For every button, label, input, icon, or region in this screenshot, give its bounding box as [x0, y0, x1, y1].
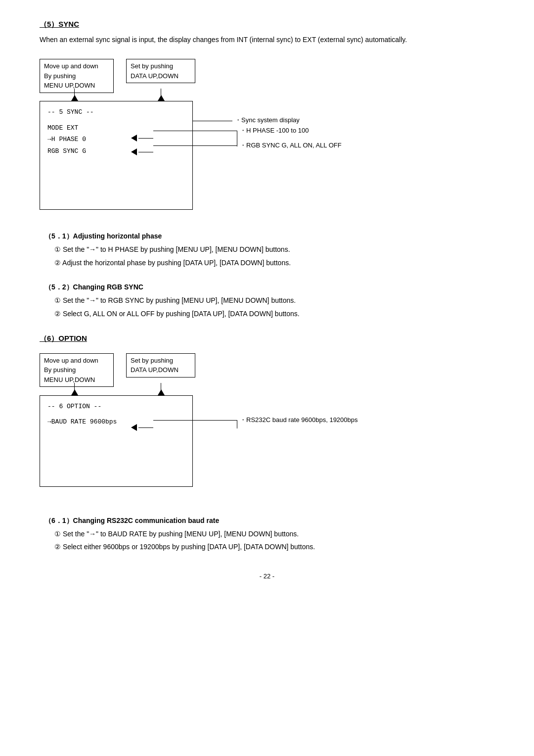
sync-screen-line3: MODE EXT: [47, 122, 185, 134]
sync-sub1-title: （5．1）Adjusting horizontal phase: [44, 232, 494, 241]
sync-sub2-title: （5．2）Changing RGB SYNC: [44, 283, 494, 292]
sync-section: （5）SYNC When an external sync signal is …: [40, 20, 494, 319]
sync-hline3b: [153, 145, 237, 146]
sync-screen-line1: -- 5 SYNC --: [47, 106, 185, 118]
sync-hline2b: [153, 131, 237, 131]
option-sub1-title: （6．1）Changing RS232C communication baud …: [44, 517, 494, 525]
sync-subsection1: （5．1）Adjusting horizontal phase ① Set th…: [44, 232, 494, 268]
sync-title: （5）SYNC: [40, 20, 494, 29]
option-subsection1: （6．1）Changing RS232C communication baud …: [44, 517, 494, 553]
sync-note1: ・Sync system display: [235, 116, 300, 125]
option-arrow-baud: [131, 424, 137, 431]
sync-subsection2: （5．2）Changing RGB SYNC ① Set the "→" to …: [44, 283, 494, 319]
sync-hline1: [193, 121, 232, 121]
sync-hline3a: [138, 152, 153, 152]
option-screen: -- 6 OPTION -- →BAUD RATE 9600bps: [40, 395, 193, 487]
sync-vline3: [237, 131, 237, 146]
option-screen-line3: →BAUD RATE 9600bps: [47, 416, 185, 427]
page-number: - 22 -: [40, 572, 494, 580]
option-vline1: [237, 420, 237, 428]
option-sub1-item2: ② Select either 9600bps or 19200bps by p…: [54, 541, 494, 552]
sync-sub2-item2: ② Select G, ALL ON or ALL OFF by pushing…: [54, 308, 494, 319]
sync-note2: ・H PHASE -100 to 100: [240, 126, 309, 135]
option-screen-line1: -- 6 OPTION --: [47, 401, 185, 412]
sync-arrow-hphase: [131, 135, 137, 142]
option-note1: ・RS232C baud rate 9600bps, 19200bps: [240, 416, 358, 425]
sync-diagram: Move up and down By pushing MENU UP,DOWN…: [40, 54, 494, 217]
sync-screen: -- 5 SYNC -- MODE EXT →H PHASE 0 RGB SYN…: [40, 101, 193, 210]
sync-arrow-rgb: [131, 148, 137, 155]
sync-screen-line4: →H PHASE 0: [47, 134, 185, 145]
option-menu-label: Move up and down By pushing MENU UP,DOWN: [40, 353, 114, 387]
sync-menu-label: Move up and down By pushing MENU UP,DOWN: [40, 59, 114, 93]
option-hline1b: [153, 420, 237, 421]
sync-sub1-item2: ② Adjust the horizontal phase by pushing…: [54, 257, 494, 268]
option-arrow-data-up: [158, 389, 165, 395]
sync-sub1-item1: ① Set the "→" to H PHASE by pushing [MEN…: [54, 244, 494, 255]
option-diagram: Move up and down By pushing MENU UP,DOWN…: [40, 348, 494, 502]
option-section: （6）OPTION Move up and down By pushing ME…: [40, 334, 494, 553]
sync-screen-line5: RGB SYNC G: [47, 145, 185, 157]
sync-note3: ・RGB SYNC G, ALL ON, ALL OFF: [240, 141, 342, 150]
option-sub1-item1: ① Set the "→" to BAUD RATE by pushing [M…: [54, 528, 494, 539]
sync-hline2a: [138, 138, 153, 139]
option-hline1a: [138, 427, 153, 428]
sync-data-label: Set by pushing DATA UP,DOWN: [126, 59, 195, 83]
option-arrow-menu-up: [71, 389, 78, 395]
sync-arrow-menu-up: [71, 95, 78, 101]
sync-intro: When an external sync signal is input, t…: [40, 34, 494, 45]
sync-sub2-item1: ① Set the "→" to RGB SYNC by pushing [ME…: [54, 295, 494, 306]
option-data-label: Set by pushing DATA UP,DOWN: [126, 353, 195, 378]
option-title: （6）OPTION: [40, 334, 494, 343]
sync-arrow-data-up: [158, 95, 165, 101]
